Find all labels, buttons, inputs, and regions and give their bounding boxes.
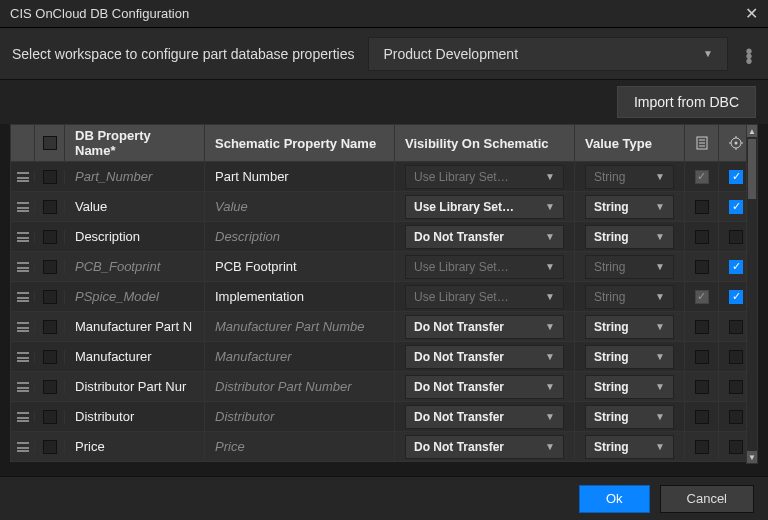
import-from-dbc-button[interactable]: Import from DBC	[617, 86, 756, 118]
schematic-property-name-cell[interactable]: Distributor	[205, 402, 395, 431]
row-select-cell[interactable]	[35, 290, 65, 304]
drag-handle-icon[interactable]	[11, 292, 35, 302]
select-all-checkbox[interactable]	[43, 136, 57, 150]
row-select-checkbox[interactable]	[43, 200, 57, 214]
row-select-cell[interactable]	[35, 380, 65, 394]
row-select-cell[interactable]	[35, 350, 65, 364]
key-checkbox-cell[interactable]	[685, 372, 719, 401]
db-property-name-cell[interactable]: Distributor Part Nur	[65, 372, 205, 401]
key-checkbox[interactable]	[695, 200, 709, 214]
schematic-property-name-cell[interactable]: Distributor Part Number	[205, 372, 395, 401]
row-select-checkbox[interactable]	[43, 170, 57, 184]
db-property-name-cell[interactable]: Manufacturer Part N	[65, 312, 205, 341]
vertical-scrollbar-thumb[interactable]	[748, 139, 756, 199]
row-select-cell[interactable]	[35, 230, 65, 244]
key-checkbox-cell[interactable]	[685, 222, 719, 251]
select-all-header[interactable]	[35, 125, 65, 161]
schematic-property-name-cell[interactable]: Manufacturer Part Numbe	[205, 312, 395, 341]
db-property-name-cell[interactable]: Description	[65, 222, 205, 251]
visibility-dropdown[interactable]: Do Not Transfer▼	[405, 225, 564, 249]
schematic-property-name-cell[interactable]: Manufacturer	[205, 342, 395, 371]
row-select-cell[interactable]	[35, 170, 65, 184]
valuetype-dropdown[interactable]: String▼	[585, 435, 674, 459]
schematic-property-name-cell[interactable]: Value	[205, 192, 395, 221]
valuetype-dropdown[interactable]: String▼	[585, 345, 674, 369]
visibility-dropdown[interactable]: Use Library Set…▼	[405, 195, 564, 219]
header-schematic-property-name[interactable]: Schematic Property Name	[205, 125, 395, 161]
valuetype-dropdown[interactable]: String▼	[585, 375, 674, 399]
key-checkbox[interactable]	[695, 170, 709, 184]
header-visibility-on-schematic[interactable]: Visibility On Schematic	[395, 125, 575, 161]
browsable-checkbox[interactable]	[729, 290, 743, 304]
schematic-property-name-cell[interactable]: Part Number	[205, 162, 395, 191]
drag-handle-icon[interactable]	[11, 442, 35, 452]
drag-handle-icon[interactable]	[11, 382, 35, 392]
schematic-property-name-cell[interactable]: Price	[205, 432, 395, 461]
db-property-name-cell[interactable]: PCB_Footprint	[65, 252, 205, 281]
key-checkbox-cell[interactable]	[685, 192, 719, 221]
visibility-dropdown[interactable]: Do Not Transfer▼	[405, 315, 564, 339]
valuetype-dropdown[interactable]: String▼	[585, 315, 674, 339]
key-checkbox[interactable]	[695, 440, 709, 454]
key-checkbox-cell[interactable]	[685, 282, 719, 311]
browsable-checkbox[interactable]	[729, 200, 743, 214]
db-property-name-cell[interactable]: Distributor	[65, 402, 205, 431]
key-checkbox[interactable]	[695, 350, 709, 364]
db-property-name-cell[interactable]: Part_Number	[65, 162, 205, 191]
valuetype-dropdown[interactable]: String▼	[585, 225, 674, 249]
row-select-checkbox[interactable]	[43, 380, 57, 394]
key-checkbox-cell[interactable]	[685, 162, 719, 191]
key-checkbox-cell[interactable]	[685, 432, 719, 461]
key-checkbox[interactable]	[695, 290, 709, 304]
vertical-scrollbar[interactable]: ▲ ▼	[746, 124, 758, 464]
row-select-checkbox[interactable]	[43, 440, 57, 454]
drag-handle-icon[interactable]	[11, 352, 35, 362]
browsable-checkbox[interactable]	[729, 260, 743, 274]
valuetype-dropdown[interactable]: String▼	[585, 405, 674, 429]
valuetype-dropdown[interactable]: String▼	[585, 195, 674, 219]
drag-handle-icon[interactable]	[11, 232, 35, 242]
browsable-checkbox[interactable]	[729, 380, 743, 394]
visibility-dropdown[interactable]: Do Not Transfer▼	[405, 435, 564, 459]
row-select-checkbox[interactable]	[43, 230, 57, 244]
drag-handle-icon[interactable]	[11, 412, 35, 422]
header-value-type[interactable]: Value Type	[575, 125, 685, 161]
row-select-cell[interactable]	[35, 440, 65, 454]
row-select-cell[interactable]	[35, 200, 65, 214]
row-select-checkbox[interactable]	[43, 350, 57, 364]
visibility-dropdown[interactable]: Do Not Transfer▼	[405, 405, 564, 429]
key-checkbox[interactable]	[695, 410, 709, 424]
browsable-checkbox[interactable]	[729, 230, 743, 244]
row-select-cell[interactable]	[35, 320, 65, 334]
row-select-checkbox[interactable]	[43, 320, 57, 334]
drag-handle-icon[interactable]	[11, 262, 35, 272]
db-property-name-cell[interactable]: Value	[65, 192, 205, 221]
kebab-menu-icon[interactable]: •••	[742, 46, 756, 61]
browsable-checkbox[interactable]	[729, 170, 743, 184]
browsable-checkbox[interactable]	[729, 440, 743, 454]
drag-handle-icon[interactable]	[11, 322, 35, 332]
scroll-up-arrow-icon[interactable]: ▲	[747, 125, 757, 137]
key-checkbox-cell[interactable]	[685, 402, 719, 431]
row-select-cell[interactable]	[35, 260, 65, 274]
header-db-property-name[interactable]: DB Property Name*	[65, 125, 205, 161]
browsable-checkbox[interactable]	[729, 350, 743, 364]
key-checkbox[interactable]	[695, 230, 709, 244]
schematic-property-name-cell[interactable]: PCB Footprint	[205, 252, 395, 281]
key-checkbox[interactable]	[695, 380, 709, 394]
row-select-checkbox[interactable]	[43, 260, 57, 274]
scroll-down-arrow-icon[interactable]: ▼	[747, 451, 757, 463]
close-icon[interactable]: ✕	[745, 4, 758, 23]
drag-handle-icon[interactable]	[11, 202, 35, 212]
key-checkbox[interactable]	[695, 260, 709, 274]
key-checkbox-cell[interactable]	[685, 342, 719, 371]
key-checkbox[interactable]	[695, 320, 709, 334]
visibility-dropdown[interactable]: Do Not Transfer▼	[405, 375, 564, 399]
db-property-name-cell[interactable]: PSpice_Model	[65, 282, 205, 311]
header-key-column-icon[interactable]	[685, 125, 719, 161]
key-checkbox-cell[interactable]	[685, 312, 719, 341]
db-property-name-cell[interactable]: Manufacturer	[65, 342, 205, 371]
db-property-name-cell[interactable]: Price	[65, 432, 205, 461]
row-select-cell[interactable]	[35, 410, 65, 424]
cancel-button[interactable]: Cancel	[660, 485, 754, 513]
